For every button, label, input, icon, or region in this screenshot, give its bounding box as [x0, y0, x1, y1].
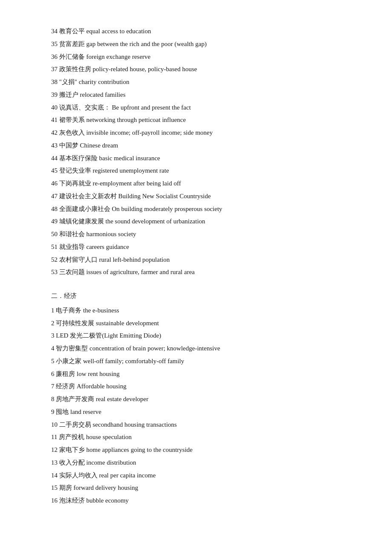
list-item: 8 房地产开发商 real estate developer: [51, 393, 341, 405]
list-item: 51 就业指导 careers guidance: [51, 241, 341, 253]
list-item: 42 灰色收入 invisible income; off-payroll in…: [51, 127, 341, 139]
list-item: 1 电子商务 the e-business: [51, 305, 341, 317]
list-item: 10 二手房交易 secondhand housing transactions: [51, 419, 341, 431]
list-item: 38 "义捐" charity contribution: [51, 76, 341, 88]
list-item: 6 廉租房 low rent housing: [51, 368, 341, 380]
list-item: 13 收入分配 income distribution: [51, 457, 341, 469]
list-item: 47 建设社会主义新农村 Building New Socialist Coun…: [51, 191, 341, 202]
list-item: 49 城镇化健康发展 the sound development of urba…: [51, 216, 341, 228]
list-item: 14 实际人均收入 real per capita income: [51, 470, 341, 482]
list-item: 11 房产投机 house speculation: [51, 431, 341, 443]
list-item: 39 搬迁户 relocated families: [51, 89, 341, 101]
list-item: 53 三农问题 issues of agriculture, farmer an…: [51, 266, 341, 278]
list-item: 3 LED 发光二极管(Light Emitting Diode): [51, 330, 341, 342]
list-item: 36 外汇储备 foreign exchange reserve: [51, 51, 341, 63]
list-item: 16 泡沫经济 bubble economy: [51, 495, 341, 507]
list-item: 5 小康之家 well-off family; comfortably-off …: [51, 356, 341, 367]
list-item: 50 和谐社会 harmonious society: [51, 228, 341, 240]
list-item: 48 全面建成小康社会 On building moderately prosp…: [51, 203, 341, 215]
list-item: 40 说真话、交实底： Be upfront and present the f…: [51, 102, 341, 114]
list-item: 41 裙带关系 networking through petticoat inf…: [51, 114, 341, 126]
section1-list: 34 教育公平 equal access to education35 贫富差距…: [51, 26, 341, 278]
list-item: 12 家电下乡 home appliances going to the cou…: [51, 444, 341, 456]
list-item: 15 期房 forward delivery housing: [51, 482, 341, 494]
list-item: 4 智力密集型 concentration of brain power; kn…: [51, 343, 341, 355]
list-item: 52 农村留守人口 rural left-behind population: [51, 254, 341, 266]
list-item: 37 政策性住房 policy-related house, policy-ba…: [51, 64, 341, 75]
list-item: 2 可持续性发展 sustainable development: [51, 318, 341, 330]
list-item: 45 登记失业率 registered unemployment rate: [51, 165, 341, 177]
list-item: 9 囤地 land reserve: [51, 406, 341, 418]
list-item: 46 下岗再就业 re-employment after being laid …: [51, 178, 341, 190]
list-item: 43 中国梦 Chinese dream: [51, 140, 341, 152]
list-item: 44 基本医疗保险 basic medical insurance: [51, 153, 341, 165]
list-item: 35 贫富差距 gap between the rich and the poo…: [51, 38, 341, 50]
list-item: 7 经济房 Affordable housing: [51, 381, 341, 393]
list-item: 34 教育公平 equal access to education: [51, 26, 341, 38]
section2-header: 二．经济: [51, 290, 341, 302]
section2-list: 1 电子商务 the e-business2 可持续性发展 sustainabl…: [51, 305, 341, 507]
